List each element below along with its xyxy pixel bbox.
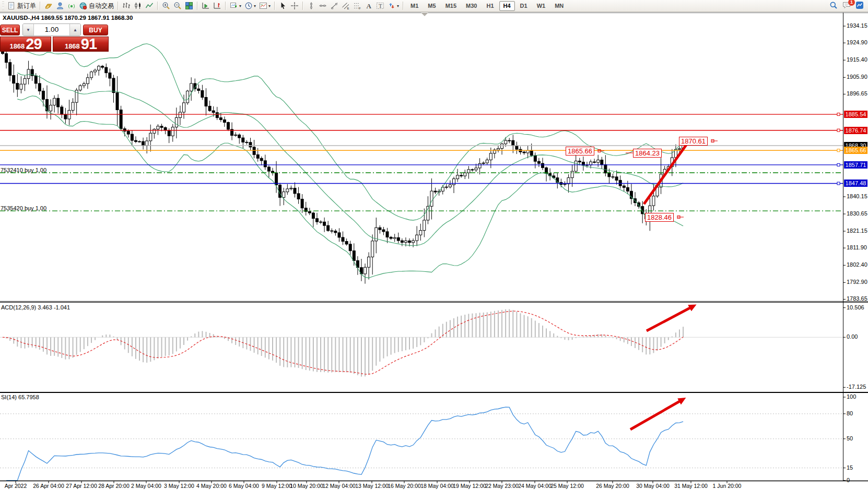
periods-button[interactable]: ▾	[243, 1, 257, 11]
cursor-button[interactable]	[277, 1, 289, 11]
price-tick-label: 1915.40	[847, 56, 867, 63]
tile-windows-button[interactable]	[183, 1, 195, 11]
price-tag-1876.74: 1876.74	[844, 127, 867, 134]
bar-chart-button[interactable]	[121, 1, 132, 11]
time-axis-label: 18 May 04:00	[420, 483, 454, 489]
trend-arrow	[647, 307, 691, 331]
toolbar-grip[interactable]	[2, 2, 4, 10]
toolbar-separator	[302, 2, 303, 10]
toolbar-separator	[157, 2, 158, 10]
signals-button[interactable]	[66, 1, 77, 11]
time-axis-label: Apr 2022	[5, 483, 27, 489]
search-button[interactable]	[829, 1, 838, 11]
rsi-pane	[0, 407, 843, 481]
chart-decorations	[0, 13, 868, 483]
price-annotation[interactable]: 1865.66	[566, 147, 594, 156]
macd-axis-label: -17.125	[847, 384, 866, 390]
app-button[interactable]	[855, 1, 864, 11]
templates-icon	[259, 2, 267, 10]
svg-text:F: F	[359, 7, 361, 10]
buy-price-box[interactable]: 1868 91	[53, 37, 109, 52]
new-chart-button[interactable]: ▾	[228, 1, 243, 11]
zoom-out-button[interactable]	[172, 1, 183, 11]
timeframe-m5-button[interactable]: M5	[424, 1, 440, 11]
crosshair-button[interactable]	[289, 1, 300, 11]
sell-button[interactable]: SELL	[0, 25, 20, 35]
fibonacci-button[interactable]: F	[351, 1, 363, 11]
chart-shift-button[interactable]	[212, 1, 223, 11]
timeframe-mn-button[interactable]: MN	[550, 1, 568, 11]
timeframe-w1-button[interactable]: W1	[533, 1, 550, 11]
time-axis-label: 2 May 04:00	[131, 483, 161, 489]
timeframe-m15-button[interactable]: M15	[441, 1, 461, 11]
main-chart-pane	[2, 44, 685, 284]
auto-scroll-button[interactable]	[200, 1, 212, 11]
horizontal-line-icon	[319, 2, 327, 10]
chat-button[interactable]: 1	[842, 1, 851, 11]
toolbar-separator	[197, 2, 198, 10]
toolbar-separator	[403, 2, 404, 10]
line-chart-button[interactable]	[144, 1, 155, 11]
buy-button[interactable]: BUY	[83, 25, 108, 35]
vertical-line-button[interactable]	[306, 1, 317, 11]
price-tag-1847.48: 1847.48	[844, 180, 867, 187]
timeframe-h4-button[interactable]: H4	[499, 1, 515, 11]
time-axis-label: 26 Apr 04:00	[33, 483, 64, 489]
trade-order-label[interactable]: 7535420 buy 1.00	[1, 205, 46, 211]
time-axis-label: 27 Apr 12:00	[66, 483, 97, 489]
trade-order-label[interactable]: 7532410 buy 1.00	[1, 167, 46, 173]
signals-icon	[67, 2, 76, 10]
equidistant-channel-icon: E	[342, 2, 350, 10]
svg-text:A: A	[367, 2, 372, 10]
timeframe-m1-button[interactable]: M1	[406, 1, 423, 11]
window-splitter-handle[interactable]	[421, 13, 428, 16]
price-annotation[interactable]: 1870.61	[679, 137, 708, 146]
volume-decrease-button[interactable]: ▼	[23, 24, 34, 35]
time-axis-label: 16 May 20:00	[388, 483, 421, 489]
sell-price-small: 1868	[9, 41, 25, 51]
volume-stepper: ▼ 1.00 ▲	[22, 23, 81, 36]
price-annotation[interactable]: 1864.23	[633, 149, 662, 158]
time-axis-label: 10 May 20:00	[290, 483, 323, 489]
auto-trading-button[interactable]: 自动交易	[77, 1, 115, 11]
time-axis-label: 4 May 20:00	[196, 483, 227, 489]
timeframe-d1-button[interactable]: D1	[516, 1, 532, 11]
community-button[interactable]	[54, 1, 66, 11]
equidistant-channel-button[interactable]: E	[340, 1, 351, 11]
macd-axis-label: 10.506	[847, 304, 864, 310]
chart-shift-icon	[213, 2, 221, 10]
line-handle	[837, 113, 840, 116]
market-button[interactable]	[43, 1, 54, 11]
chart-canvas	[0, 0, 868, 490]
timeframe-m30-button[interactable]: M30	[462, 1, 481, 11]
timeframe-h1-button[interactable]: H1	[482, 1, 498, 11]
new-order-button[interactable]: 新订单	[6, 1, 38, 11]
time-axis-label: 13 May 12:00	[355, 483, 389, 489]
trend-line-button[interactable]	[329, 1, 340, 11]
templates-button[interactable]: ▾	[257, 1, 272, 11]
chevron-down-icon[interactable]: ▾	[397, 4, 399, 8]
volume-field[interactable]: 1.00	[34, 24, 69, 35]
horizontal-line-button[interactable]	[317, 1, 329, 11]
line-handle	[837, 129, 840, 132]
sell-price-box[interactable]: 1868 29	[0, 37, 51, 52]
price-tag-1865.66: 1865.66	[844, 147, 867, 154]
text-button[interactable]: A	[363, 1, 374, 11]
candle-chart-button[interactable]	[132, 1, 144, 11]
new-order-label: 新订单	[17, 2, 36, 10]
line-chart-icon	[145, 2, 154, 10]
time-axis-label: 12 May 04:00	[322, 483, 356, 489]
price-annotation[interactable]: 1828.46	[645, 213, 674, 222]
price-tick-label: 1896.65	[847, 90, 867, 97]
community-icon	[56, 2, 64, 10]
time-axis-label: 24 May 04:00	[518, 483, 552, 489]
chevron-down-icon[interactable]: ▾	[268, 4, 271, 8]
chevron-down-icon[interactable]: ▾	[254, 4, 256, 8]
text-label-button[interactable]: T	[374, 1, 386, 11]
zoom-in-button[interactable]	[160, 1, 172, 11]
price-tick-label: 1934.15	[847, 22, 867, 29]
price-tick-label: 1924.90	[847, 39, 867, 45]
volume-increase-button[interactable]: ▲	[69, 24, 80, 35]
chevron-down-icon[interactable]: ▾	[239, 4, 241, 8]
arrows-button[interactable]: ▾	[386, 1, 401, 11]
